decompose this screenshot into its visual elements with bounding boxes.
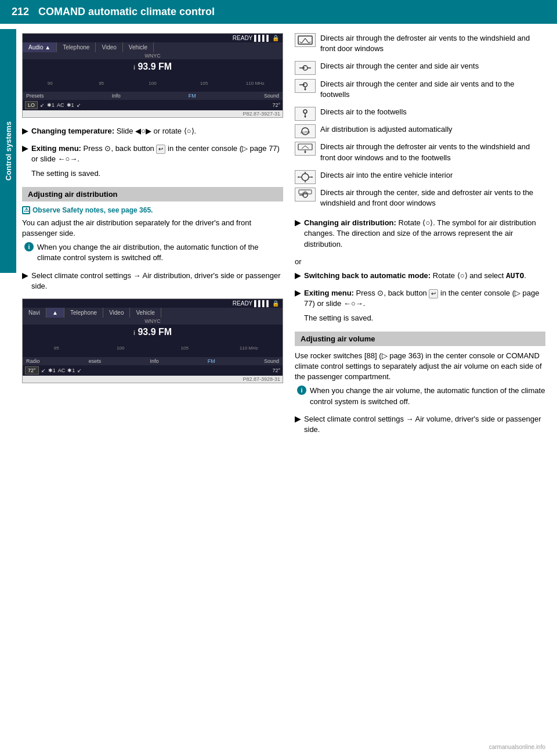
page-title: COMAND automatic climate control [38, 6, 215, 18]
select-climate-volume-text: Select climate control settings → Air vo… [304, 414, 545, 435]
bullet-arrow-7: ▶ [295, 415, 301, 423]
screen-tab-video2: Video [103, 308, 130, 318]
icon-row-5: AUTO Air distribution is adjusted automa… [295, 124, 545, 138]
screen-mockup-1: READY ▌▌▌▌ 🔒 Audio ▲ Telephone Video Veh… [22, 33, 283, 118]
svg-line-2 [305, 38, 309, 43]
icon-row-2: Directs air through the center and side … [295, 61, 545, 75]
select-climate-bullet: ▶ Select climate control settings → Air … [22, 271, 283, 295]
screen-nav-tabs: Audio ▲ Telephone Video Vehicle [23, 42, 283, 52]
screen-station: WNYC [23, 52, 283, 59]
screen-tab-telephone: Telephone [57, 42, 96, 52]
exiting-menu-text-2: Exiting menu: Press ⊙, back button ↩ in … [304, 288, 545, 327]
icon-row-6: Directs air through the defroster air ve… [295, 142, 545, 166]
defroster-windshield-icon [295, 33, 316, 47]
svg-line-3 [299, 42, 302, 43]
svg-rect-0 [298, 36, 312, 44]
screen-bar-2: 95 100 105 110 MHz [23, 340, 283, 357]
changing-temperature-row: ▶ Changing temperature: Slide ◀○▶ or rot… [22, 126, 283, 140]
ready-text-2: READY ▌▌▌▌ 🔒 [233, 300, 279, 307]
screen-caption-2: P82.87-3928-31 [23, 376, 283, 383]
screen-tab-video: Video [96, 42, 122, 52]
screen-tab-vehicle2: Vehicle [130, 308, 161, 318]
entire-interior-icon [295, 170, 316, 184]
auto-icon: AUTO [295, 124, 316, 138]
screen-top-bar: READY ▌▌▌▌ 🔒 [23, 34, 283, 42]
screen-bar: 90 95 100 105 110 MHz [23, 74, 283, 92]
exiting-menu-row-2: ▶ Exiting menu: Press ⊙, back button ↩ i… [295, 288, 545, 327]
svg-text:AUTO: AUTO [301, 131, 310, 134]
icon-row-8: Directs air through the center, side and… [295, 188, 545, 212]
section-header-air-distribution: Adjusting air distribution [22, 187, 283, 201]
icon-row-4: Directs air to the footwells [295, 107, 545, 121]
side-tab: Control systems [0, 29, 16, 273]
air-distribution-para1: You can adjust the air distribution sepa… [22, 218, 283, 239]
icon-list: Directs air through the defroster air ve… [295, 33, 545, 212]
svg-marker-11 [303, 84, 306, 85]
screen-nav-tabs-2: Navi ▲ Telephone Video Vehicle [23, 308, 283, 318]
icon-row-3: Directs air through the center and side … [295, 79, 545, 103]
svg-marker-26 [298, 176, 299, 178]
back-button-kbd-2: ↩ [429, 289, 438, 298]
center-side-icon [295, 61, 316, 75]
svg-line-21 [305, 146, 309, 149]
screen-bottom-bar-2: Radio esets Info FM Sound [23, 357, 283, 365]
icon-text-7: Directs air into the entire vehicle inte… [320, 170, 453, 181]
screen-bottom-bar: Presets Info FM Sound [23, 92, 283, 100]
info-text-1: When you change the air distribution, th… [37, 242, 283, 263]
svg-marker-8 [303, 67, 305, 69]
footwells-icon [295, 107, 316, 121]
section-header-air-volume: Adjusting air volume [295, 332, 545, 346]
watermark: carmanualsonline.info [489, 744, 545, 750]
screen-frequency-2: i 93.9 FM [23, 325, 283, 340]
info-row-2: i When you change the air volume, the au… [295, 386, 545, 410]
info-icon-1: i [24, 242, 34, 251]
icon-row-1: Directs air through the defroster air ve… [295, 33, 545, 57]
icon-text-6: Directs air through the defroster air ve… [320, 142, 545, 163]
warning-triangle-icon: ⚠ [22, 206, 30, 214]
changing-air-text: Changing air distribution: Rotate ⟨○⟩. T… [304, 218, 545, 250]
info-icon-2: i [297, 386, 306, 395]
svg-marker-35 [303, 194, 305, 196]
select-climate-text: Select climate control settings → Air di… [31, 271, 283, 291]
changing-temperature-text: Changing temperature: Slide ◀○▶ or rotat… [31, 126, 196, 136]
icon-text-2: Directs air through the center and side … [320, 61, 479, 71]
page-header: 212 COMAND automatic climate control [0, 0, 557, 24]
left-column: READY ▌▌▌▌ 🔒 Audio ▲ Telephone Video Veh… [22, 33, 283, 442]
ready-text: READY ▌▌▌▌ 🔒 [233, 35, 279, 41]
icon-text-4: Directs air to the footwells [320, 107, 407, 117]
icon-text-5: Air distribution is adjusted automatical… [320, 124, 453, 135]
setting-saved-text-2: The setting is saved. [304, 313, 545, 323]
screen-tab-audio2: ▲ [46, 308, 64, 318]
center-side-foot-icon [295, 79, 316, 93]
screen-tab-audio: Audio ▲ [23, 42, 57, 52]
screen-tab-telephone2: Telephone [64, 308, 103, 318]
svg-marker-28 [312, 176, 313, 178]
safety-note: ⚠ Observe Safety notes, see page 365. [22, 206, 283, 214]
icon-text-1: Directs air through the defroster air ve… [320, 33, 545, 54]
bullet-arrow-2: ▶ [22, 144, 28, 153]
switching-back-row: ▶ Switching back to automatic mode: Rota… [295, 271, 545, 285]
or-text: or [295, 257, 545, 267]
page-number: 212 [12, 6, 29, 18]
screen-mockup-2: READY ▌▌▌▌ 🔒 Navi ▲ Telephone Video Vehi… [22, 298, 283, 383]
switching-back-text: Switching back to automatic mode: Rotate… [304, 271, 526, 281]
screen-tab-navi: Navi [23, 308, 46, 318]
bullet-arrow-4: ▶ [295, 218, 301, 227]
exiting-menu-row-1: ▶ Exiting menu: Press ⊙, back button ↩ i… [22, 143, 283, 182]
screen-station-2: WNYC [23, 318, 283, 325]
screen-top-bar-2: READY ▌▌▌▌ 🔒 [23, 299, 283, 308]
screen-caption-1: P82.87-3927-31 [23, 110, 283, 117]
back-button-kbd: ↩ [156, 145, 165, 154]
right-column: Directs air through the defroster air ve… [295, 33, 545, 442]
defroster-foot-icon [295, 142, 316, 156]
bullet-arrow-3: ▶ [22, 271, 28, 280]
svg-marker-16 [304, 116, 306, 118]
info-row-1: i When you change the air distribution, … [22, 242, 283, 267]
svg-marker-32 [305, 182, 306, 182]
bullet-arrow: ▶ [22, 127, 28, 135]
svg-point-14 [303, 110, 307, 113]
svg-line-1 [302, 38, 305, 43]
svg-marker-13 [304, 89, 306, 91]
icon-text-3: Directs air through the center and side … [320, 79, 545, 100]
air-volume-text: Use rocker switches [88] (▷ page 363) in… [295, 351, 545, 383]
